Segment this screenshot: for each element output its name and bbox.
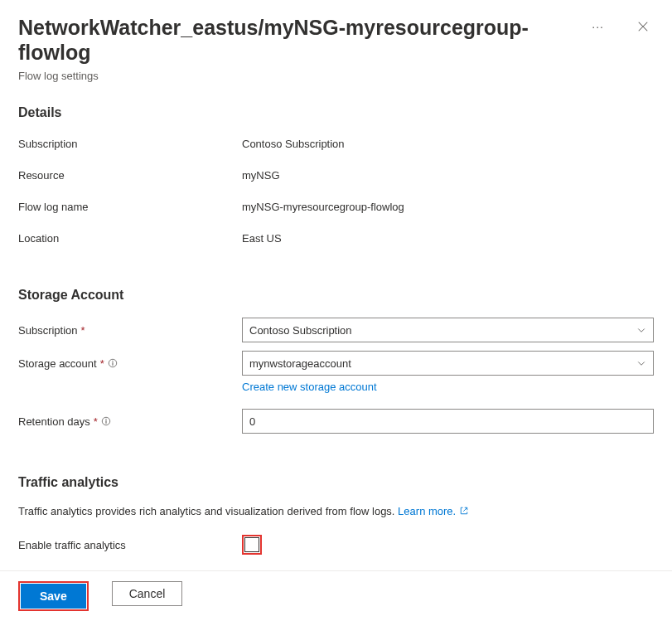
info-icon[interactable]: [101, 416, 111, 426]
close-icon[interactable]: [637, 21, 649, 32]
required-asterisk: *: [100, 357, 104, 370]
svg-point-4: [105, 419, 106, 420]
storage-account-label-text: Storage account: [18, 357, 97, 370]
storage-subscription-label: Subscription *: [18, 324, 242, 337]
details-resource-value: myNSG: [242, 169, 654, 182]
required-asterisk: *: [94, 415, 98, 428]
details-location-label: Location: [18, 232, 242, 245]
page-title: NetworkWatcher_eastus/myNSG-myresourcegr…: [18, 15, 592, 65]
save-button-highlight: Save: [18, 581, 89, 611]
retention-input[interactable]: [242, 409, 654, 434]
details-section: Details Subscription Contoso Subscriptio…: [18, 105, 654, 261]
details-subscription-value: Contoso Subscription: [242, 138, 654, 150]
svg-rect-5: [105, 420, 106, 424]
traffic-section: Traffic analytics Traffic analytics prov…: [18, 475, 654, 570]
details-flowlogname-label: Flow log name: [18, 201, 242, 213]
details-location-value: East US: [242, 232, 654, 245]
learn-more-link[interactable]: Learn more.: [398, 505, 469, 517]
retention-label: Retention days *: [18, 415, 242, 428]
enable-traffic-checkbox[interactable]: [244, 537, 259, 552]
enable-traffic-highlight: [242, 535, 262, 555]
storage-account-select-value: mynwstorageaccount: [249, 357, 351, 370]
details-resource-label: Resource: [18, 169, 242, 182]
svg-point-1: [112, 361, 113, 361]
storage-account-select[interactable]: mynwstorageaccount: [242, 351, 654, 376]
details-flowlogname-value: myNSG-myresourcegroup-flowlog: [242, 201, 654, 213]
storage-section: Storage Account Subscription * Contoso S…: [18, 288, 654, 449]
storage-title: Storage Account: [18, 288, 654, 303]
footer-bar: Save Cancel: [0, 570, 672, 621]
details-title: Details: [18, 105, 654, 120]
enable-traffic-label: Enable traffic analytics: [18, 539, 242, 551]
save-button[interactable]: Save: [21, 584, 86, 609]
more-icon[interactable]: ···: [592, 20, 604, 33]
traffic-description-row: Traffic analytics provides rich analytic…: [18, 505, 654, 518]
storage-subscription-select-value: Contoso Subscription: [249, 324, 352, 337]
traffic-description: Traffic analytics provides rich analytic…: [18, 505, 394, 517]
chevron-down-icon: [636, 325, 646, 335]
storage-subscription-select[interactable]: Contoso Subscription: [242, 318, 654, 342]
panel-header: NetworkWatcher_eastus/myNSG-myresourcegr…: [18, 15, 654, 82]
page-subtitle: Flow log settings: [18, 70, 592, 82]
retention-label-text: Retention days: [18, 415, 90, 428]
required-asterisk: *: [81, 324, 85, 337]
traffic-title: Traffic analytics: [18, 475, 654, 490]
external-link-icon: [459, 506, 469, 518]
create-storage-link[interactable]: Create new storage account: [242, 381, 377, 393]
chevron-down-icon: [636, 358, 646, 368]
storage-account-label: Storage account *: [18, 357, 242, 370]
storage-subscription-label-text: Subscription: [18, 324, 78, 337]
details-subscription-label: Subscription: [18, 138, 242, 150]
cancel-button[interactable]: Cancel: [112, 581, 183, 606]
info-icon[interactable]: [108, 358, 118, 368]
svg-rect-2: [112, 362, 113, 366]
learn-more-text: Learn more.: [398, 505, 456, 517]
